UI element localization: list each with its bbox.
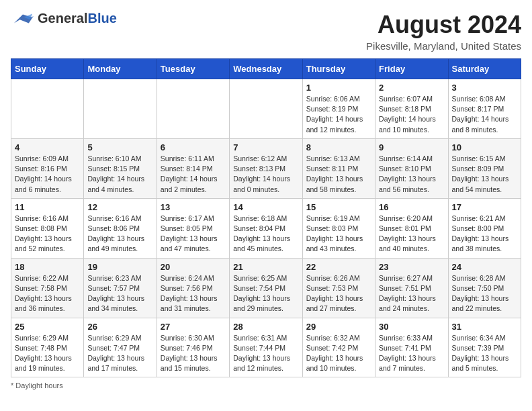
day-info: Sunrise: 6:34 AM Sunset: 7:39 PM Dayligh… bbox=[452, 333, 517, 374]
day-info: Sunrise: 6:21 AM Sunset: 8:00 PM Dayligh… bbox=[452, 214, 517, 255]
calendar-week-row: 4Sunrise: 6:09 AM Sunset: 8:16 PM Daylig… bbox=[11, 138, 521, 198]
day-number: 20 bbox=[161, 262, 226, 272]
day-number: 26 bbox=[87, 322, 152, 332]
calendar-cell: 28Sunrise: 6:31 AM Sunset: 7:44 PM Dayli… bbox=[230, 318, 302, 377]
calendar-cell: 27Sunrise: 6:30 AM Sunset: 7:46 PM Dayli… bbox=[157, 318, 229, 377]
day-number: 29 bbox=[306, 322, 371, 332]
calendar-week-row: 25Sunrise: 6:29 AM Sunset: 7:48 PM Dayli… bbox=[11, 318, 521, 377]
day-info: Sunrise: 6:23 AM Sunset: 7:57 PM Dayligh… bbox=[87, 273, 152, 314]
calendar-header-tuesday: Tuesday bbox=[157, 59, 229, 79]
calendar-cell: 29Sunrise: 6:32 AM Sunset: 7:42 PM Dayli… bbox=[302, 318, 375, 377]
footer-text: Daylight hours bbox=[15, 381, 62, 390]
day-info: Sunrise: 6:16 AM Sunset: 8:08 PM Dayligh… bbox=[15, 214, 80, 255]
calendar-cell: 21Sunrise: 6:25 AM Sunset: 7:54 PM Dayli… bbox=[230, 258, 302, 318]
calendar-cell: 19Sunrise: 6:23 AM Sunset: 7:57 PM Dayli… bbox=[84, 258, 157, 318]
calendar-cell: 30Sunrise: 6:33 AM Sunset: 7:41 PM Dayli… bbox=[375, 318, 448, 377]
logo-general: General bbox=[38, 11, 87, 26]
day-number: 22 bbox=[306, 262, 371, 272]
day-info: Sunrise: 6:25 AM Sunset: 7:54 PM Dayligh… bbox=[233, 273, 298, 314]
day-info: Sunrise: 6:16 AM Sunset: 8:06 PM Dayligh… bbox=[87, 214, 152, 255]
calendar-header-thursday: Thursday bbox=[302, 59, 375, 79]
day-number: 30 bbox=[379, 322, 444, 332]
day-number: 31 bbox=[452, 322, 517, 332]
calendar-cell: 16Sunrise: 6:20 AM Sunset: 8:01 PM Dayli… bbox=[375, 198, 448, 258]
day-number: 28 bbox=[233, 322, 298, 332]
logo-icon bbox=[11, 11, 35, 26]
calendar-cell: 11Sunrise: 6:16 AM Sunset: 8:08 PM Dayli… bbox=[11, 198, 84, 258]
calendar-header-sunday: Sunday bbox=[11, 59, 84, 79]
day-info: Sunrise: 6:19 AM Sunset: 8:03 PM Dayligh… bbox=[306, 214, 371, 255]
page-header: GeneralBlue August 2024 Pikesville, Mary… bbox=[11, 11, 521, 52]
calendar-cell: 5Sunrise: 6:10 AM Sunset: 8:15 PM Daylig… bbox=[84, 138, 157, 198]
day-info: Sunrise: 6:26 AM Sunset: 7:53 PM Dayligh… bbox=[306, 273, 371, 314]
day-info: Sunrise: 6:33 AM Sunset: 7:41 PM Dayligh… bbox=[379, 333, 444, 374]
calendar-cell: 9Sunrise: 6:14 AM Sunset: 8:10 PM Daylig… bbox=[375, 138, 448, 198]
calendar-cell: 20Sunrise: 6:24 AM Sunset: 7:56 PM Dayli… bbox=[157, 258, 229, 318]
day-number: 8 bbox=[306, 142, 371, 152]
calendar-header-wednesday: Wednesday bbox=[230, 59, 302, 79]
day-info: Sunrise: 6:28 AM Sunset: 7:50 PM Dayligh… bbox=[452, 273, 517, 314]
day-info: Sunrise: 6:06 AM Sunset: 8:19 PM Dayligh… bbox=[306, 94, 371, 135]
day-number: 15 bbox=[306, 202, 371, 212]
day-number: 11 bbox=[15, 202, 80, 212]
calendar-cell: 26Sunrise: 6:29 AM Sunset: 7:47 PM Dayli… bbox=[84, 318, 157, 377]
calendar-cell bbox=[84, 79, 157, 139]
day-info: Sunrise: 6:29 AM Sunset: 7:48 PM Dayligh… bbox=[15, 333, 80, 374]
day-number: 3 bbox=[452, 83, 517, 93]
day-info: Sunrise: 6:12 AM Sunset: 8:13 PM Dayligh… bbox=[233, 154, 298, 195]
day-number: 19 bbox=[87, 262, 152, 272]
calendar-cell: 14Sunrise: 6:18 AM Sunset: 8:04 PM Dayli… bbox=[230, 198, 302, 258]
day-info: Sunrise: 6:10 AM Sunset: 8:15 PM Dayligh… bbox=[87, 154, 152, 195]
calendar-cell bbox=[11, 79, 84, 139]
day-number: 21 bbox=[233, 262, 298, 272]
calendar-week-row: 11Sunrise: 6:16 AM Sunset: 8:08 PM Dayli… bbox=[11, 198, 521, 258]
calendar-cell: 1Sunrise: 6:06 AM Sunset: 8:19 PM Daylig… bbox=[302, 79, 375, 139]
location: Pikesville, Maryland, United States bbox=[366, 40, 521, 52]
day-info: Sunrise: 6:08 AM Sunset: 8:17 PM Dayligh… bbox=[452, 94, 517, 135]
day-number: 2 bbox=[379, 83, 444, 93]
calendar-cell: 18Sunrise: 6:22 AM Sunset: 7:58 PM Dayli… bbox=[11, 258, 84, 318]
day-info: Sunrise: 6:30 AM Sunset: 7:46 PM Dayligh… bbox=[161, 333, 226, 374]
day-number: 13 bbox=[161, 202, 226, 212]
day-info: Sunrise: 6:20 AM Sunset: 8:01 PM Dayligh… bbox=[379, 214, 444, 255]
day-info: Sunrise: 6:17 AM Sunset: 8:05 PM Dayligh… bbox=[161, 214, 226, 255]
day-number: 17 bbox=[452, 202, 517, 212]
calendar-cell: 31Sunrise: 6:34 AM Sunset: 7:39 PM Dayli… bbox=[448, 318, 521, 377]
day-info: Sunrise: 6:11 AM Sunset: 8:14 PM Dayligh… bbox=[161, 154, 226, 195]
calendar-header-monday: Monday bbox=[84, 59, 157, 79]
day-number: 10 bbox=[452, 142, 517, 152]
calendar-cell: 24Sunrise: 6:28 AM Sunset: 7:50 PM Dayli… bbox=[448, 258, 521, 318]
calendar-cell: 15Sunrise: 6:19 AM Sunset: 8:03 PM Dayli… bbox=[302, 198, 375, 258]
day-number: 23 bbox=[379, 262, 444, 272]
footer-note: * Daylight hours bbox=[11, 381, 521, 390]
day-info: Sunrise: 6:15 AM Sunset: 8:09 PM Dayligh… bbox=[452, 154, 517, 195]
day-number: 24 bbox=[452, 262, 517, 272]
calendar-header-row: SundayMondayTuesdayWednesdayThursdayFrid… bbox=[11, 59, 521, 79]
calendar-table: SundayMondayTuesdayWednesdayThursdayFrid… bbox=[11, 58, 521, 377]
day-info: Sunrise: 6:22 AM Sunset: 7:58 PM Dayligh… bbox=[15, 273, 80, 314]
calendar-cell: 17Sunrise: 6:21 AM Sunset: 8:00 PM Dayli… bbox=[448, 198, 521, 258]
day-info: Sunrise: 6:31 AM Sunset: 7:44 PM Dayligh… bbox=[233, 333, 298, 374]
day-number: 16 bbox=[379, 202, 444, 212]
calendar-cell: 12Sunrise: 6:16 AM Sunset: 8:06 PM Dayli… bbox=[84, 198, 157, 258]
calendar-cell: 22Sunrise: 6:26 AM Sunset: 7:53 PM Dayli… bbox=[302, 258, 375, 318]
calendar-header-friday: Friday bbox=[375, 59, 448, 79]
calendar-cell: 25Sunrise: 6:29 AM Sunset: 7:48 PM Dayli… bbox=[11, 318, 84, 377]
calendar-cell: 8Sunrise: 6:13 AM Sunset: 8:11 PM Daylig… bbox=[302, 138, 375, 198]
day-number: 6 bbox=[161, 142, 226, 152]
calendar-cell: 6Sunrise: 6:11 AM Sunset: 8:14 PM Daylig… bbox=[157, 138, 229, 198]
day-info: Sunrise: 6:24 AM Sunset: 7:56 PM Dayligh… bbox=[161, 273, 226, 314]
day-number: 27 bbox=[161, 322, 226, 332]
calendar-cell: 2Sunrise: 6:07 AM Sunset: 8:18 PM Daylig… bbox=[375, 79, 448, 139]
logo-blue: Blue bbox=[87, 11, 116, 26]
day-number: 14 bbox=[233, 202, 298, 212]
calendar-cell: 23Sunrise: 6:27 AM Sunset: 7:51 PM Dayli… bbox=[375, 258, 448, 318]
calendar-cell: 4Sunrise: 6:09 AM Sunset: 8:16 PM Daylig… bbox=[11, 138, 84, 198]
day-info: Sunrise: 6:09 AM Sunset: 8:16 PM Dayligh… bbox=[15, 154, 80, 195]
calendar-cell bbox=[157, 79, 229, 139]
day-number: 4 bbox=[15, 142, 80, 152]
day-info: Sunrise: 6:07 AM Sunset: 8:18 PM Dayligh… bbox=[379, 94, 444, 135]
day-number: 25 bbox=[15, 322, 80, 332]
day-number: 7 bbox=[233, 142, 298, 152]
calendar-header-saturday: Saturday bbox=[448, 59, 521, 79]
